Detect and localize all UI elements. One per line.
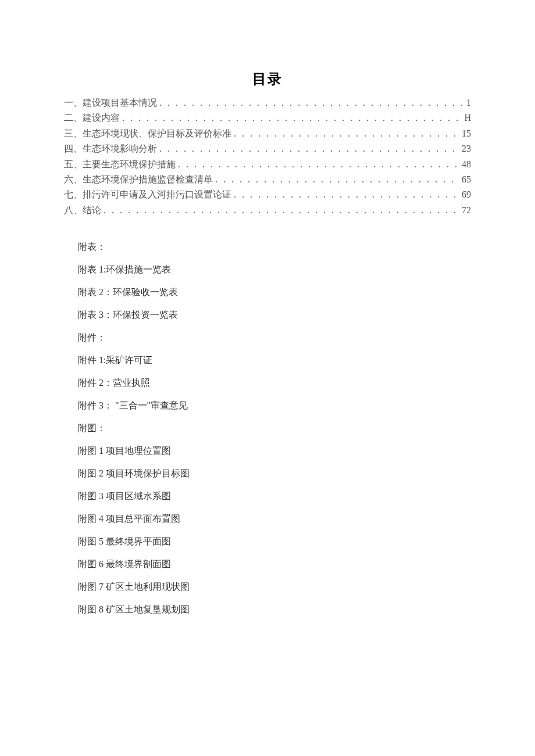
toc-entry: 七、排污许可申请及入河排污口设置论证 . . . . . . . . . . .… — [64, 187, 471, 202]
toc-label: 三、生态环境现状、保护目标及评价标准 — [64, 126, 231, 141]
toc-entry: 四、生态环境影响分析 . . . . . . . . . . . . . . .… — [64, 141, 471, 156]
appendix-item: 附图 2 项目环境保护目标图 — [78, 468, 471, 480]
toc-dots: . . . . . . . . . . . . . . . . . . . . … — [159, 141, 459, 156]
toc-entry: 八、结论 . . . . . . . . . . . . . . . . . .… — [64, 203, 471, 218]
toc-page: 69 — [462, 187, 471, 202]
toc-label: 七、排污许可申请及入河排污口设置论证 — [64, 187, 231, 202]
toc-entry: 五、主要生态环境保护措施 . . . . . . . . . . . . . .… — [64, 157, 471, 172]
appendix-item: 附图 5 最终境界平面图 — [78, 536, 471, 548]
toc-entry: 六、生态环境保护措施监督检查清单 . . . . . . . . . . . .… — [64, 172, 471, 187]
toc-dots: . . . . . . . . . . . . . . . . . . . . … — [234, 126, 459, 141]
toc-label: 五、主要生态环境保护措施 — [64, 157, 176, 172]
toc-entry: 一、建设项目基本情况 . . . . . . . . . . . . . . .… — [64, 95, 471, 110]
toc-label: 二、建设内容 — [64, 110, 120, 126]
toc-entry: 二、建设内容 . . . . . . . . . . . . . . . . .… — [64, 110, 471, 126]
toc-page: H — [464, 110, 471, 126]
appendix-item: 附图 3 项目区域水系图 — [78, 490, 471, 503]
appendix-figures-header: 附图： — [78, 422, 471, 435]
toc-entry: 三、生态环境现状、保护目标及评价标准 . . . . . . . . . . .… — [64, 126, 471, 141]
toc-dots: . . . . . . . . . . . . . . . . . . . . … — [159, 95, 464, 110]
appendix-item: 附件 1:采矿许可证 — [78, 354, 471, 367]
appendix-item: 附件 2：营业执照 — [78, 377, 471, 389]
page-title: 目录 — [64, 70, 471, 88]
appendix-figures-section: 附图： 附图 1 项目地理位置图 附图 2 项目环境保护目标图 附图 3 项目区… — [78, 422, 471, 616]
appendix-tables-section: 附表： 附表 1:环保措施一览表 附表 2：环保验收一览表 附表 3：环保投资一… — [78, 241, 471, 321]
toc-page: 48 — [462, 157, 471, 172]
toc-dots: . . . . . . . . . . . . . . . . . . . . … — [104, 203, 459, 218]
appendix: 附表： 附表 1:环保措施一览表 附表 2：环保验收一览表 附表 3：环保投资一… — [64, 241, 471, 616]
appendix-item: 附表 2：环保验收一览表 — [78, 286, 471, 299]
toc-label: 八、结论 — [64, 203, 101, 218]
toc-dots: . . . . . . . . . . . . . . . . . . . . … — [122, 110, 462, 126]
toc-label: 四、生态环境影响分析 — [64, 141, 157, 156]
toc-dots: . . . . . . . . . . . . . . . . . . . . … — [178, 157, 459, 172]
appendix-item: 附件 3： "三合一"审查意见 — [78, 400, 471, 412]
appendix-attachments-header: 附件： — [78, 332, 471, 344]
appendix-item: 附表 3：环保投资一览表 — [78, 309, 471, 321]
toc-dots: . . . . . . . . . . . . . . . . . . . . … — [234, 187, 459, 202]
appendix-item: 附图 4 项目总平面布置图 — [78, 513, 471, 525]
toc-page: 72 — [462, 203, 471, 218]
appendix-tables-header: 附表： — [78, 241, 471, 253]
toc-page: 1 — [466, 95, 471, 110]
appendix-attachments-section: 附件： 附件 1:采矿许可证 附件 2：营业执照 附件 3： "三合一"审查意见 — [78, 332, 471, 412]
toc-dots: . . . . . . . . . . . . . . . . . . . . … — [215, 172, 459, 187]
toc-page: 65 — [462, 172, 471, 187]
table-of-contents: 一、建设项目基本情况 . . . . . . . . . . . . . . .… — [64, 95, 471, 218]
toc-page: 23 — [462, 141, 471, 156]
toc-label: 一、建设项目基本情况 — [64, 95, 157, 110]
appendix-item: 附图 6 最终境界剖面图 — [78, 558, 471, 571]
appendix-item: 附图 1 项目地理位置图 — [78, 445, 471, 457]
toc-page: 15 — [462, 126, 471, 141]
appendix-item: 附图 7 矿区土地利用现状图 — [78, 581, 471, 593]
appendix-item: 附表 1:环保措施一览表 — [78, 264, 471, 276]
toc-label: 六、生态环境保护措施监督检查清单 — [64, 172, 213, 187]
appendix-item: 附图 8 矿区土地复垦规划图 — [78, 604, 471, 616]
